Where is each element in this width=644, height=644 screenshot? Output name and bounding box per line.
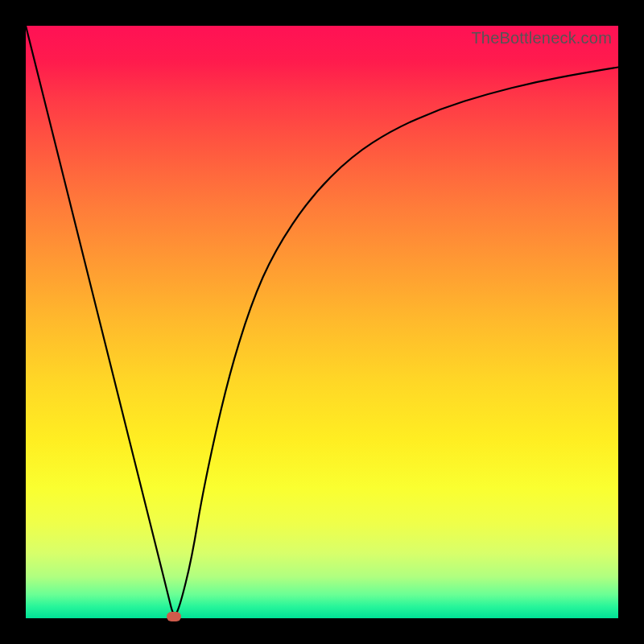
- bottleneck-curve: [26, 26, 618, 618]
- min-marker: [167, 612, 181, 621]
- plot-area: TheBottleneck.com: [26, 26, 618, 618]
- chart-frame: TheBottleneck.com: [0, 0, 644, 644]
